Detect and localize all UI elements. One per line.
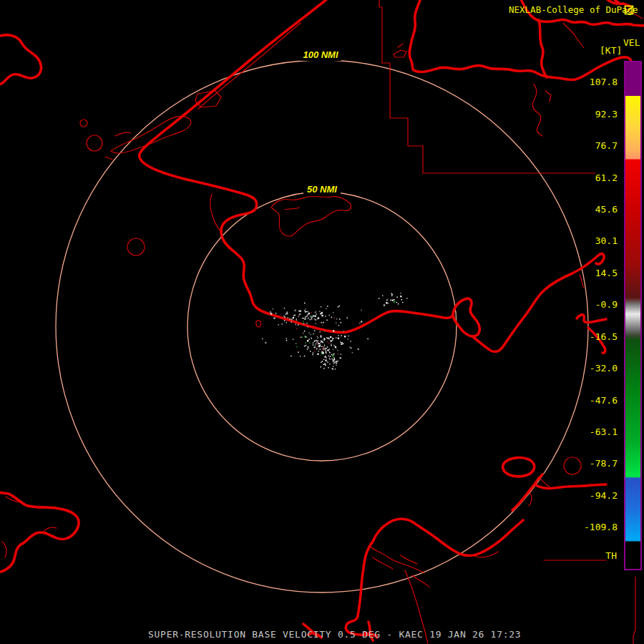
lagoon-inner-detail — [370, 477, 550, 643]
range-rings — [56, 60, 588, 592]
colorbar-tick: 45.6 — [595, 204, 618, 215]
header-title: NEXLAB-College of DuPage — [509, 4, 638, 15]
range-ring-100nmi — [56, 60, 588, 592]
colorbar-tick: -94.2 — [590, 490, 618, 502]
island-top-left — [0, 35, 42, 84]
threshold-label: TH — [605, 550, 617, 561]
colorbar-tick: 76.7 — [595, 140, 618, 152]
boundary-bottom-right — [544, 560, 635, 644]
county-boundary-stepped — [379, 0, 595, 173]
lagoon-loop-50nmi — [271, 196, 351, 236]
coast-parallel-thin — [210, 194, 220, 231]
outer-ring-label: 100 NMI — [303, 49, 338, 60]
coastline-spit — [140, 0, 453, 333]
map-outlines-thin — [2, 0, 643, 644]
colorbar-tick: 107.8 — [590, 77, 618, 88]
colorbar-tick: -32.0 — [590, 363, 618, 374]
colorbar-tick: 92.3 — [595, 109, 618, 120]
colorbar-tick: -47.6 — [590, 395, 618, 406]
island-chain-east — [532, 84, 551, 136]
island-circle-2 — [87, 135, 102, 151]
map-outlines-thick — [0, 0, 644, 640]
inner-ring-label: 50 NMI — [307, 184, 337, 195]
product-title: SUPER-RESOLUTION BASE VELOCITY 0.5 DEG -… — [148, 629, 521, 640]
tiny-island-center — [256, 321, 261, 327]
islets-north — [394, 44, 406, 57]
coastline-connector — [539, 20, 547, 77]
coastline-east-bay — [472, 254, 604, 352]
island-circle-4 — [564, 457, 581, 474]
scale-unit-label: [KT] — [600, 45, 622, 56]
colorbar-tick: -16.5 — [590, 331, 618, 343]
islands-west — [105, 116, 191, 160]
cod-logo-icon — [624, 5, 635, 16]
lake-blob-east — [503, 458, 535, 477]
velocity-colorbar — [624, 61, 642, 570]
colorbar-tick: -109.8 — [584, 522, 618, 533]
peninsula-loop — [453, 298, 479, 336]
ring-labels: 100 NMI 50 NMI — [300, 48, 341, 195]
lagoon-shore-thin — [198, 23, 301, 109]
scale-name-label: VEL — [623, 37, 640, 48]
island-bottom-left — [0, 492, 79, 572]
radar-map: 100 NMI 50 NMI — [0, 0, 644, 644]
colorbar-tick: -0.9 — [595, 299, 618, 311]
colorbar-tick: 61.2 — [595, 172, 618, 184]
colorbar-tick: 14.5 — [595, 268, 618, 279]
island-circle-1 — [80, 119, 87, 127]
radar-display: 100 NMI 50 NMI NEXLAB-College of DuPage … — [0, 0, 644, 644]
island-circle-3 — [127, 238, 145, 255]
colorbar-tick: -63.1 — [590, 426, 618, 438]
colorbar-tick: 30.1 — [595, 235, 618, 247]
range-ring-50nmi — [187, 192, 457, 461]
colorbar-tick: -78.7 — [590, 458, 618, 469]
